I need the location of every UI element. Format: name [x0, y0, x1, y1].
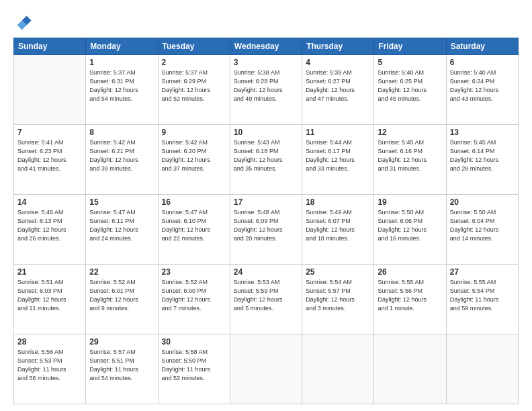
weekday-header: Sunday	[14, 38, 86, 55]
calendar-cell: 2Sunrise: 5:37 AM Sunset: 6:29 PM Daylig…	[158, 55, 230, 125]
calendar-cell: 18Sunrise: 5:49 AM Sunset: 6:07 PM Dayli…	[302, 195, 374, 265]
calendar-cell: 21Sunrise: 5:51 AM Sunset: 6:03 PM Dayli…	[14, 265, 86, 334]
calendar-cell: 10Sunrise: 5:43 AM Sunset: 6:18 PM Dayli…	[230, 125, 302, 195]
day-number: 21	[17, 267, 82, 277]
calendar-cell: 9Sunrise: 5:42 AM Sunset: 6:20 PM Daylig…	[158, 125, 230, 195]
cell-info: Sunrise: 5:58 AM Sunset: 5:50 PM Dayligh…	[162, 348, 226, 383]
calendar-cell: 23Sunrise: 5:52 AM Sunset: 6:00 PM Dayli…	[158, 265, 230, 334]
cell-info: Sunrise: 5:54 AM Sunset: 5:57 PM Dayligh…	[306, 278, 370, 313]
calendar-week-row: 14Sunrise: 5:46 AM Sunset: 6:13 PM Dayli…	[14, 195, 519, 265]
day-number: 23	[162, 267, 226, 277]
weekday-header: Thursday	[302, 38, 374, 55]
day-number: 13	[450, 128, 515, 137]
day-number: 25	[306, 267, 370, 277]
calendar-cell: 27Sunrise: 5:55 AM Sunset: 5:54 PM Dayli…	[446, 265, 518, 334]
header	[13, 12, 519, 31]
cell-info: Sunrise: 5:37 AM Sunset: 6:31 PM Dayligh…	[89, 68, 154, 103]
calendar-week-row: 28Sunrise: 5:56 AM Sunset: 5:53 PM Dayli…	[14, 334, 519, 404]
day-number: 10	[234, 128, 298, 137]
day-number: 28	[17, 337, 82, 347]
day-number: 9	[162, 128, 226, 137]
calendar-cell: 3Sunrise: 5:38 AM Sunset: 6:28 PM Daylig…	[230, 55, 302, 125]
day-number: 22	[89, 267, 154, 277]
calendar-cell	[374, 334, 446, 404]
calendar-cell: 14Sunrise: 5:46 AM Sunset: 6:13 PM Dayli…	[14, 195, 86, 265]
calendar-header-row: SundayMondayTuesdayWednesdayThursdayFrid…	[14, 38, 519, 55]
cell-info: Sunrise: 5:38 AM Sunset: 6:28 PM Dayligh…	[234, 68, 298, 103]
day-number: 27	[450, 267, 515, 277]
cell-info: Sunrise: 5:39 AM Sunset: 6:27 PM Dayligh…	[306, 68, 370, 103]
day-number: 18	[306, 197, 370, 207]
weekday-header: Friday	[374, 38, 446, 55]
calendar-cell: 11Sunrise: 5:44 AM Sunset: 6:17 PM Dayli…	[302, 125, 374, 195]
calendar-cell: 8Sunrise: 5:42 AM Sunset: 6:21 PM Daylig…	[86, 125, 158, 195]
logo	[13, 12, 35, 31]
cell-info: Sunrise: 5:47 AM Sunset: 6:11 PM Dayligh…	[89, 208, 154, 243]
day-number: 12	[378, 128, 442, 137]
day-number: 16	[162, 197, 226, 207]
day-number: 30	[162, 337, 226, 347]
cell-info: Sunrise: 5:55 AM Sunset: 5:54 PM Dayligh…	[450, 278, 515, 313]
calendar-cell: 19Sunrise: 5:50 AM Sunset: 6:06 PM Dayli…	[374, 195, 446, 265]
cell-info: Sunrise: 5:40 AM Sunset: 6:24 PM Dayligh…	[450, 68, 515, 103]
calendar-week-row: 7Sunrise: 5:41 AM Sunset: 6:23 PM Daylig…	[14, 125, 519, 195]
calendar-cell	[14, 55, 86, 125]
day-number: 4	[306, 58, 370, 67]
day-number: 14	[17, 197, 82, 207]
calendar-cell: 15Sunrise: 5:47 AM Sunset: 6:11 PM Dayli…	[86, 195, 158, 265]
cell-info: Sunrise: 5:51 AM Sunset: 6:03 PM Dayligh…	[17, 278, 82, 313]
calendar-cell: 30Sunrise: 5:58 AM Sunset: 5:50 PM Dayli…	[158, 334, 230, 404]
logo-icon	[13, 12, 32, 31]
calendar-cell: 4Sunrise: 5:39 AM Sunset: 6:27 PM Daylig…	[302, 55, 374, 125]
cell-info: Sunrise: 5:42 AM Sunset: 6:21 PM Dayligh…	[89, 138, 154, 173]
calendar-cell: 6Sunrise: 5:40 AM Sunset: 6:24 PM Daylig…	[446, 55, 518, 125]
calendar-cell	[230, 334, 302, 404]
day-number: 19	[378, 197, 442, 207]
day-number: 5	[378, 58, 442, 67]
weekday-header: Saturday	[446, 38, 518, 55]
cell-info: Sunrise: 5:56 AM Sunset: 5:53 PM Dayligh…	[17, 348, 82, 383]
calendar-cell: 25Sunrise: 5:54 AM Sunset: 5:57 PM Dayli…	[302, 265, 374, 334]
day-number: 20	[450, 197, 515, 207]
day-number: 26	[378, 267, 442, 277]
calendar-cell: 5Sunrise: 5:40 AM Sunset: 6:25 PM Daylig…	[374, 55, 446, 125]
calendar-cell: 16Sunrise: 5:47 AM Sunset: 6:10 PM Dayli…	[158, 195, 230, 265]
cell-info: Sunrise: 5:49 AM Sunset: 6:07 PM Dayligh…	[306, 208, 370, 243]
page: SundayMondayTuesdayWednesdayThursdayFrid…	[0, 0, 532, 411]
calendar-week-row: 21Sunrise: 5:51 AM Sunset: 6:03 PM Dayli…	[14, 265, 519, 334]
calendar-week-row: 1Sunrise: 5:37 AM Sunset: 6:31 PM Daylig…	[14, 55, 519, 125]
cell-info: Sunrise: 5:43 AM Sunset: 6:18 PM Dayligh…	[234, 138, 298, 173]
cell-info: Sunrise: 5:53 AM Sunset: 5:59 PM Dayligh…	[234, 278, 298, 313]
calendar-cell: 17Sunrise: 5:48 AM Sunset: 6:09 PM Dayli…	[230, 195, 302, 265]
cell-info: Sunrise: 5:42 AM Sunset: 6:20 PM Dayligh…	[162, 138, 226, 173]
cell-info: Sunrise: 5:46 AM Sunset: 6:13 PM Dayligh…	[17, 208, 82, 243]
calendar-cell: 26Sunrise: 5:55 AM Sunset: 5:56 PM Dayli…	[374, 265, 446, 334]
calendar-cell: 20Sunrise: 5:50 AM Sunset: 6:04 PM Dayli…	[446, 195, 518, 265]
cell-info: Sunrise: 5:52 AM Sunset: 6:01 PM Dayligh…	[89, 278, 154, 313]
day-number: 1	[89, 58, 154, 67]
cell-info: Sunrise: 5:48 AM Sunset: 6:09 PM Dayligh…	[234, 208, 298, 243]
calendar-cell: 24Sunrise: 5:53 AM Sunset: 5:59 PM Dayli…	[230, 265, 302, 334]
day-number: 24	[234, 267, 298, 277]
weekday-header: Tuesday	[158, 38, 230, 55]
cell-info: Sunrise: 5:37 AM Sunset: 6:29 PM Dayligh…	[162, 68, 226, 103]
day-number: 17	[234, 197, 298, 207]
day-number: 29	[89, 337, 154, 347]
calendar-cell: 12Sunrise: 5:45 AM Sunset: 6:16 PM Dayli…	[374, 125, 446, 195]
day-number: 7	[17, 128, 82, 137]
day-number: 3	[234, 58, 298, 67]
cell-info: Sunrise: 5:40 AM Sunset: 6:25 PM Dayligh…	[378, 68, 442, 103]
day-number: 15	[89, 197, 154, 207]
weekday-header: Monday	[86, 38, 158, 55]
calendar-cell: 7Sunrise: 5:41 AM Sunset: 6:23 PM Daylig…	[14, 125, 86, 195]
cell-info: Sunrise: 5:45 AM Sunset: 6:16 PM Dayligh…	[378, 138, 442, 173]
cell-info: Sunrise: 5:57 AM Sunset: 5:51 PM Dayligh…	[89, 348, 154, 383]
day-number: 11	[306, 128, 370, 137]
day-number: 8	[89, 128, 154, 137]
day-number: 6	[450, 58, 515, 67]
cell-info: Sunrise: 5:41 AM Sunset: 6:23 PM Dayligh…	[17, 138, 82, 173]
calendar-cell: 28Sunrise: 5:56 AM Sunset: 5:53 PM Dayli…	[14, 334, 86, 404]
calendar-cell: 1Sunrise: 5:37 AM Sunset: 6:31 PM Daylig…	[86, 55, 158, 125]
calendar-cell: 22Sunrise: 5:52 AM Sunset: 6:01 PM Dayli…	[86, 265, 158, 334]
day-number: 2	[162, 58, 226, 67]
